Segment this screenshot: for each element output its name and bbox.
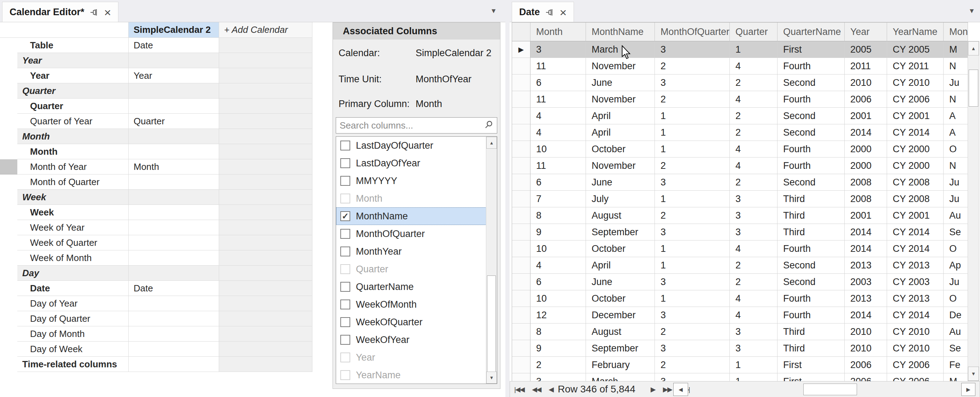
table-cell[interactable]: 4 xyxy=(730,141,778,157)
table-cell[interactable]: 2 xyxy=(730,274,778,290)
table-cell[interactable]: 1 xyxy=(730,357,778,373)
calendar-grid-value-cell[interactable] xyxy=(129,53,219,68)
column-list-item[interactable]: WeekOfQuarter xyxy=(336,313,497,331)
table-cell[interactable]: 2014 xyxy=(845,224,887,241)
table-cell[interactable]: 4 xyxy=(730,58,778,75)
calendar-grid-value-cell[interactable] xyxy=(129,326,219,341)
table-cell[interactable]: 3 xyxy=(530,41,586,58)
calendar-grid-row-label[interactable]: Day of Month xyxy=(18,326,129,341)
row-header[interactable] xyxy=(512,207,530,224)
calendar-grid-row-label[interactable]: Table xyxy=(18,38,129,53)
table-cell[interactable]: 2003 xyxy=(845,274,887,290)
calendar-grid-value-cell[interactable] xyxy=(129,265,219,281)
checkbox[interactable] xyxy=(340,300,350,310)
table-cell[interactable]: 4 xyxy=(530,108,586,124)
table-cell[interactable]: CY 2010 xyxy=(887,324,943,340)
table-cell[interactable]: 2014 xyxy=(845,241,887,257)
table-cell[interactable]: O xyxy=(943,141,968,157)
table-cell[interactable]: Second xyxy=(778,75,845,91)
column-header[interactable]: MonthOfQuarter xyxy=(655,22,730,41)
pin-icon[interactable] xyxy=(545,8,555,17)
table-cell[interactable]: April xyxy=(586,108,655,124)
table-cell[interactable]: 2 xyxy=(655,357,730,373)
row-header[interactable] xyxy=(512,340,530,357)
table-cell[interactable]: A xyxy=(943,108,968,124)
table-cell[interactable]: August xyxy=(586,324,655,340)
calendar-grid-row-label[interactable]: Week of Quarter xyxy=(18,235,129,251)
table-cell[interactable]: 2010 xyxy=(845,340,887,357)
column-header[interactable]: Mont xyxy=(943,22,968,41)
table-cell[interactable]: 2 xyxy=(730,257,778,274)
table-cell[interactable]: 2013 xyxy=(845,257,887,274)
table-cell[interactable]: 2 xyxy=(655,324,730,340)
table-cell[interactable]: 4 xyxy=(530,124,586,141)
checkbox[interactable] xyxy=(340,353,350,362)
checkbox[interactable] xyxy=(340,264,350,274)
table-cell[interactable]: Second xyxy=(778,108,845,124)
calendar-grid-value-cell[interactable] xyxy=(129,129,219,144)
table-cell[interactable]: De xyxy=(943,307,968,324)
table-cell[interactable]: O xyxy=(943,290,968,307)
calendar-grid-row-label[interactable]: Year xyxy=(18,53,129,68)
calendar-grid-row-label[interactable]: Month xyxy=(18,144,129,159)
table-cell[interactable]: 2014 xyxy=(845,124,887,141)
row-header[interactable] xyxy=(512,174,530,191)
table-cell[interactable]: Second xyxy=(778,257,845,274)
table-cell[interactable]: 6 xyxy=(530,174,586,191)
table-cell[interactable]: 3 xyxy=(655,274,730,290)
table-cell[interactable]: Fourth xyxy=(778,141,845,157)
calendar-grid-value-cell[interactable] xyxy=(129,83,219,98)
table-cell[interactable]: N xyxy=(943,91,968,108)
table-cell[interactable]: Third xyxy=(778,340,845,357)
calendar-grid-row-label[interactable]: Month of Year xyxy=(18,159,129,175)
row-header[interactable] xyxy=(512,191,530,207)
table-cell[interactable]: 6 xyxy=(530,274,586,290)
table-cell[interactable]: Fe xyxy=(943,357,968,373)
row-header[interactable] xyxy=(512,124,530,141)
table-cell[interactable]: September xyxy=(586,340,655,357)
column-list-item[interactable]: WeekOfMonth xyxy=(336,295,497,313)
column-list-item[interactable]: QuarterName xyxy=(336,278,497,295)
table-cell[interactable]: 3 xyxy=(730,224,778,241)
table-cell[interactable]: 2 xyxy=(730,75,778,91)
tab-calendar-editor[interactable]: Calendar Editor* × xyxy=(2,2,118,22)
table-cell[interactable]: 2 xyxy=(655,58,730,75)
table-cell[interactable]: 1 xyxy=(655,257,730,274)
table-cell[interactable]: 2006 xyxy=(845,91,887,108)
checkbox[interactable] xyxy=(340,176,350,186)
table-cell[interactable]: 4 xyxy=(730,307,778,324)
calendar-grid-value-cell[interactable] xyxy=(129,175,219,190)
table-cell[interactable]: 2010 xyxy=(845,324,887,340)
row-header[interactable] xyxy=(512,75,530,91)
scroll-down-icon[interactable]: ▼ xyxy=(968,367,979,381)
table-cell[interactable]: 3 xyxy=(655,307,730,324)
table-cell[interactable]: Fourth xyxy=(778,91,845,108)
calendar-grid-value-cell[interactable] xyxy=(129,296,219,311)
table-cell[interactable]: 10 xyxy=(530,141,586,157)
table-cell[interactable]: CY 2005 xyxy=(887,41,943,58)
column-header[interactable]: Year xyxy=(845,22,887,41)
table-cell[interactable]: 2 xyxy=(655,157,730,174)
row-header[interactable] xyxy=(512,241,530,257)
column-list-item[interactable]: Year xyxy=(336,349,497,366)
calendar-grid-row-label[interactable]: Quarter of Year xyxy=(18,114,129,129)
row-header[interactable] xyxy=(512,290,530,307)
column-header[interactable]: MonthName xyxy=(586,22,655,41)
table-cell[interactable]: December xyxy=(586,307,655,324)
close-icon[interactable]: × xyxy=(560,7,567,17)
table-cell[interactable]: 11 xyxy=(530,91,586,108)
table-cell[interactable]: 2008 xyxy=(845,191,887,207)
table-cell[interactable]: 2001 xyxy=(845,207,887,224)
table-cell[interactable]: 11 xyxy=(530,157,586,174)
row-header[interactable]: ▶ xyxy=(512,41,530,58)
search-input[interactable] xyxy=(336,120,484,131)
hscroll-left-icon[interactable]: ◀ xyxy=(673,383,688,396)
table-cell[interactable]: 2001 xyxy=(845,108,887,124)
table-cell[interactable]: CY 2000 xyxy=(887,141,943,157)
table-vertical-scrollbar-thumb[interactable] xyxy=(969,70,978,107)
table-cell[interactable]: 3 xyxy=(655,75,730,91)
table-cell[interactable]: June xyxy=(586,75,655,91)
scroll-down-icon[interactable]: ▼ xyxy=(486,372,497,384)
checkbox[interactable] xyxy=(340,194,350,203)
table-cell[interactable]: A xyxy=(943,124,968,141)
